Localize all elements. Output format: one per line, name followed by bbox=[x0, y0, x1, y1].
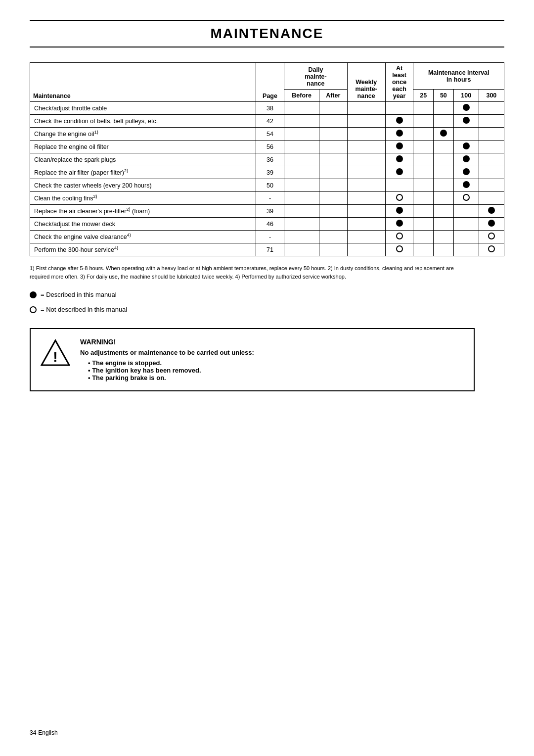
th-at-least: At least once each year bbox=[385, 63, 413, 102]
row-h25 bbox=[413, 102, 434, 115]
th-h300: 300 bbox=[479, 90, 504, 102]
row-h50 bbox=[433, 141, 453, 153]
table-row: Check/adjust throttle cable38 bbox=[30, 102, 504, 115]
row-h300 bbox=[479, 141, 504, 153]
row-h300 bbox=[479, 128, 504, 141]
filled-dot bbox=[396, 207, 403, 214]
row-desc: Check the condition of belts, belt pulle… bbox=[30, 115, 256, 128]
th-h50: 50 bbox=[433, 90, 453, 102]
page-title: MAINTENANCE bbox=[30, 20, 504, 47]
row-h300 bbox=[479, 205, 504, 218]
row-h50 bbox=[433, 218, 453, 231]
row-h100 bbox=[453, 218, 479, 231]
filled-dot bbox=[463, 181, 470, 188]
svg-text:!: ! bbox=[53, 349, 57, 365]
row-desc: Clean the cooling fins2) bbox=[30, 192, 256, 205]
row-desc: Perform the 300-hour service4) bbox=[30, 243, 256, 256]
row-after bbox=[319, 102, 347, 115]
row-h25 bbox=[413, 166, 434, 179]
row-desc: Check the engine valve clearance4) bbox=[30, 231, 256, 243]
row-after bbox=[319, 192, 347, 205]
filled-dot bbox=[396, 220, 403, 227]
row-at-least bbox=[385, 205, 413, 218]
row-h50 bbox=[433, 205, 453, 218]
table-row: Perform the 300-hour service4)71 bbox=[30, 243, 504, 256]
row-h100 bbox=[453, 153, 479, 166]
row-after bbox=[319, 231, 347, 243]
warning-main-text: No adjustments or maintenance to be carr… bbox=[80, 349, 464, 356]
row-h100 bbox=[453, 205, 479, 218]
row-after bbox=[319, 179, 347, 192]
row-h300 bbox=[479, 192, 504, 205]
open-dot bbox=[488, 233, 495, 239]
th-daily-group: Daily mainte- nance bbox=[284, 63, 347, 90]
table-row: Replace the air filter (paper filter)2)3… bbox=[30, 166, 504, 179]
row-before bbox=[284, 141, 319, 153]
row-h25 bbox=[413, 128, 434, 141]
row-at-least bbox=[385, 102, 413, 115]
row-h100 bbox=[453, 243, 479, 256]
row-h25 bbox=[413, 179, 434, 192]
legend-filled: = Described in this manual bbox=[30, 288, 504, 301]
maintenance-table: Maintenance Page Daily mainte- nance Wee… bbox=[30, 62, 504, 256]
row-before bbox=[284, 205, 319, 218]
row-h25 bbox=[413, 231, 434, 243]
row-h100 bbox=[453, 166, 479, 179]
th-h100: 100 bbox=[453, 90, 479, 102]
filled-dot bbox=[396, 168, 403, 175]
row-weekly bbox=[347, 153, 385, 166]
row-h100 bbox=[453, 192, 479, 205]
row-at-least bbox=[385, 218, 413, 231]
row-before bbox=[284, 128, 319, 141]
row-page: - bbox=[256, 231, 284, 243]
row-weekly bbox=[347, 218, 385, 231]
row-h25 bbox=[413, 192, 434, 205]
open-dot bbox=[463, 194, 470, 201]
row-before bbox=[284, 192, 319, 205]
row-desc: Check/adjust throttle cable bbox=[30, 102, 256, 115]
warning-triangle-icon: ! bbox=[41, 338, 70, 368]
row-h25 bbox=[413, 205, 434, 218]
row-page: 46 bbox=[256, 218, 284, 231]
row-page: 39 bbox=[256, 205, 284, 218]
row-before bbox=[284, 218, 319, 231]
row-page: 36 bbox=[256, 153, 284, 166]
row-h50 bbox=[433, 128, 453, 141]
filled-dot bbox=[488, 220, 495, 227]
row-page: 54 bbox=[256, 128, 284, 141]
row-at-least bbox=[385, 141, 413, 153]
th-before: Before bbox=[284, 90, 319, 102]
filled-dot bbox=[396, 130, 403, 137]
row-h50 bbox=[433, 153, 453, 166]
row-after bbox=[319, 205, 347, 218]
legend-filled-text: = Described in this manual bbox=[41, 288, 117, 301]
row-h300 bbox=[479, 231, 504, 243]
row-h300 bbox=[479, 243, 504, 256]
th-weekly: Weekly mainte- nance bbox=[347, 63, 385, 102]
row-h300 bbox=[479, 179, 504, 192]
row-desc: Replace the air filter (paper filter)2) bbox=[30, 166, 256, 179]
filled-dot bbox=[396, 142, 403, 149]
row-h50 bbox=[433, 166, 453, 179]
warning-bullet-item: • The ignition key has been removed. bbox=[88, 367, 464, 374]
row-desc: Check/adjust the mower deck bbox=[30, 218, 256, 231]
warning-box: ! WARNING! No adjustments or maintenance… bbox=[30, 328, 475, 391]
filled-dot bbox=[463, 155, 470, 162]
filled-dot bbox=[396, 117, 403, 124]
row-page: 38 bbox=[256, 102, 284, 115]
warning-bullet-item: • The engine is stopped. bbox=[88, 359, 464, 367]
open-dot bbox=[396, 194, 403, 201]
row-before bbox=[284, 243, 319, 256]
row-h50 bbox=[433, 115, 453, 128]
row-h50 bbox=[433, 231, 453, 243]
row-h25 bbox=[413, 115, 434, 128]
row-weekly bbox=[347, 243, 385, 256]
row-weekly bbox=[347, 166, 385, 179]
filled-dot bbox=[463, 168, 470, 175]
th-after: After bbox=[319, 90, 347, 102]
row-at-least bbox=[385, 128, 413, 141]
filled-dot bbox=[488, 207, 495, 214]
row-desc: Replace the air cleaner's pre-filter2) (… bbox=[30, 205, 256, 218]
row-page: 71 bbox=[256, 243, 284, 256]
row-weekly bbox=[347, 128, 385, 141]
